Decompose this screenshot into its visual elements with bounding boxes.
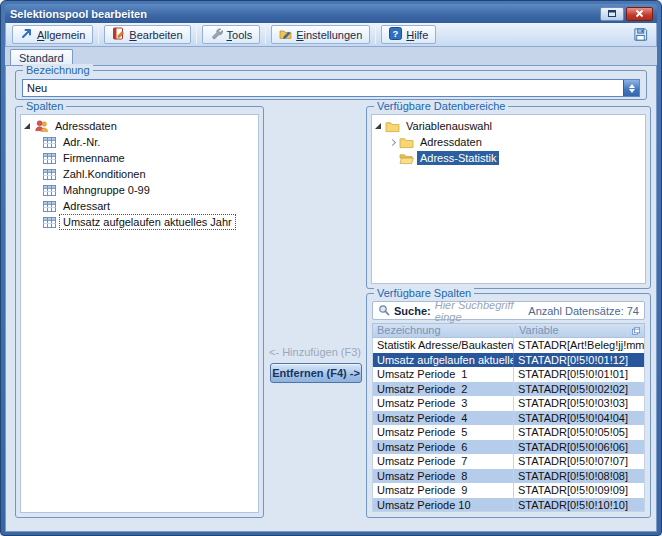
bezeichnung-combobox[interactable]: Neu	[22, 79, 640, 97]
spalten-group-label: Spalten	[23, 100, 66, 112]
edit-document-icon	[112, 27, 125, 42]
row-variable: STATADR[Art!Beleg!jj!mm!m	[513, 338, 644, 353]
row-variable: STATADR[0!5!0!03!03]	[513, 396, 644, 411]
columns-table-body[interactable]: Statistik Adresse/Baukasten STATADR[Art!…	[372, 338, 645, 512]
search-label: Suche:	[394, 305, 431, 317]
help-icon: ?	[389, 27, 402, 42]
verfuegbare-spalten-group-label: Verfügbare Spalten	[374, 287, 474, 299]
column-header-bezeichnung[interactable]: Bezeichnung	[373, 324, 514, 337]
tree-item-label: Adressdaten	[417, 135, 485, 149]
column-chooser-icon[interactable]	[627, 324, 644, 337]
allgemein-button[interactable]: Allgemein	[12, 25, 93, 44]
row-variable: STATADR[0!5!0!09!09]	[513, 483, 644, 498]
einstellungen-button[interactable]: Einstellungen	[271, 25, 370, 44]
tree-item-label: Mahngruppe 0-99	[60, 183, 153, 197]
close-icon[interactable]	[626, 7, 653, 21]
table-row[interactable]: Statistik Adresse/Baukasten STATADR[Art!…	[373, 338, 644, 353]
tree-item-label: Adress-Statistik	[417, 151, 499, 165]
row-variable: STATADR[0!5!0!10!10]	[513, 498, 644, 513]
records-count-label: Anzahl Datensätze:	[528, 305, 623, 317]
bearbeiten-button[interactable]: Bearbeiten	[104, 25, 190, 44]
row-variable: STATADR[0!5!0!01!01]	[513, 367, 644, 382]
row-bezeichnung: Umsatz Periode 1	[373, 367, 513, 382]
users-icon	[33, 119, 49, 133]
row-variable: STATADR[0!5!0!07!07]	[513, 454, 644, 469]
tree-item-column[interactable]: Umsatz aufgelaufen aktuelles Jahr	[41, 214, 258, 230]
tree-item-label: Adressart	[60, 199, 113, 213]
entfernen-button[interactable]: Entfernen (F4) ->	[270, 363, 362, 383]
spalten-group: Spalten Adressdaten Adr.-Nr. Firmenname	[15, 106, 264, 518]
table-row[interactable]: Umsatz Periode 2 STATADR[0!5!0!02!02]	[373, 382, 644, 397]
svg-text:?: ?	[393, 28, 399, 39]
tree-item-column[interactable]: Firmenname	[41, 150, 258, 166]
row-bezeichnung: Umsatz Periode 8	[373, 469, 513, 484]
folder-open-icon	[398, 151, 414, 165]
row-variable: STATADR[0!5!0!05!05]	[513, 425, 644, 440]
datenbereiche-group: Verfügbare Datenbereiche Variablenauswah…	[366, 106, 651, 289]
tree-item-column[interactable]: Zahl.Konditionen	[41, 166, 258, 182]
tree-item-column[interactable]: Adressart	[41, 198, 258, 214]
row-bezeichnung: Umsatz Periode 10	[373, 498, 513, 513]
search-input[interactable]: Hier Suchbegriff einge	[435, 299, 529, 323]
collapsed-arrow-icon[interactable]	[386, 140, 398, 145]
restore-icon[interactable]	[600, 7, 624, 21]
column-header-variable[interactable]: Variable	[514, 324, 627, 337]
tools-button[interactable]: Tools	[202, 25, 261, 44]
table-row[interactable]: Umsatz Periode 1 STATADR[0!5!0!01!01]	[373, 367, 644, 382]
row-bezeichnung: Umsatz Periode 3	[373, 396, 513, 411]
table-row[interactable]: Umsatz Periode 10 STATADR[0!5!0!10!10]	[373, 498, 644, 513]
verfuegbare-spalten-group: Verfügbare Spalten Suche: Hier Suchbegri…	[366, 293, 651, 518]
save-floppy-icon[interactable]	[630, 25, 650, 44]
toolbar-separator	[265, 26, 266, 44]
tree-item-label: Variablenauswahl	[403, 119, 495, 133]
toolbar: Allgemein Bearbeiten Tools Einstellungen	[5, 23, 657, 47]
search-bar[interactable]: Suche: Hier Suchbegriff einge Anzahl Dat…	[372, 301, 645, 320]
datenbereiche-tree[interactable]: Variablenauswahl Adressdaten	[371, 114, 646, 284]
table-row[interactable]: Umsatz Periode 5 STATADR[0!5!0!05!05]	[373, 425, 644, 440]
spalten-tree[interactable]: Adressdaten Adr.-Nr. Firmenname Zahl.Kon…	[20, 114, 259, 513]
expanded-arrow-icon[interactable]	[21, 123, 33, 129]
settings-icon	[279, 27, 292, 42]
spalten-tree-children: Adr.-Nr. Firmenname Zahl.Konditionen Mah…	[21, 134, 258, 230]
table-row[interactable]: Umsatz Periode 8 STATADR[0!5!0!08!08]	[373, 469, 644, 484]
table-row[interactable]: Umsatz Periode 7 STATADR[0!5!0!07!07]	[373, 454, 644, 469]
arrow-up-right-icon	[20, 27, 33, 42]
tab-strip: Standard	[5, 47, 657, 65]
table-row[interactable]: Umsatz Periode 3 STATADR[0!5!0!03!03]	[373, 396, 644, 411]
table-columns-icon	[41, 151, 57, 165]
row-bezeichnung: Umsatz Periode 7	[373, 454, 513, 469]
row-variable: STATADR[0!5!0!01!12]	[513, 353, 644, 368]
table-header: Bezeichnung Variable	[372, 323, 645, 338]
tree-item-label: Zahl.Konditionen	[60, 167, 149, 181]
row-bezeichnung: Umsatz Periode 5	[373, 425, 513, 440]
combo-dropdown-icon[interactable]	[623, 80, 639, 96]
tree-item-adress-statistik[interactable]: Adress-Statistik	[386, 150, 645, 166]
tree-item-adressdaten-root[interactable]: Adressdaten	[21, 118, 258, 134]
tree-item-adressdaten[interactable]: Adressdaten	[386, 134, 645, 150]
hilfe-button[interactable]: ? Hilfe	[381, 25, 436, 44]
bezeichnung-value: Neu	[23, 82, 623, 94]
row-bezeichnung: Umsatz aufgelaufen aktuelles Jahr	[373, 353, 513, 368]
tree-item-variablenauswahl[interactable]: Variablenauswahl	[372, 118, 645, 134]
folder-closed-icon	[398, 135, 414, 149]
records-count-value: 74	[627, 305, 639, 317]
row-bezeichnung: Statistik Adresse/Baukasten	[373, 338, 513, 353]
expanded-arrow-icon[interactable]	[372, 123, 384, 129]
hinzufuegen-button[interactable]: <- Hinzufügen (F3)	[266, 346, 364, 358]
search-icon	[378, 302, 390, 320]
tree-item-label: Umsatz aufgelaufen aktuelles Jahr	[60, 215, 235, 229]
table-row[interactable]: Umsatz Periode 4 STATADR[0!5!0!04!04]	[373, 411, 644, 426]
table-row[interactable]: Umsatz Periode 6 STATADR[0!5!0!06!06]	[373, 440, 644, 455]
table-columns-icon	[41, 199, 57, 213]
table-row[interactable]: Umsatz aufgelaufen aktuelles Jahr STATAD…	[373, 353, 644, 368]
table-columns-icon	[41, 135, 57, 149]
table-row[interactable]: Umsatz Periode 9 STATADR[0!5!0!09!09]	[373, 483, 644, 498]
row-bezeichnung: Umsatz Periode 9	[373, 483, 513, 498]
titlebar: Selektionspool bearbeiten	[5, 4, 657, 23]
main-panel: Bezeichnung Neu Spalten Adressdate	[5, 65, 657, 532]
row-variable: STATADR[0!5!0!04!04]	[513, 411, 644, 426]
tree-item-column[interactable]: Adr.-Nr.	[41, 134, 258, 150]
datenbereiche-group-label: Verfügbare Datenbereiche	[374, 100, 508, 112]
tree-item-column[interactable]: Mahngruppe 0-99	[41, 182, 258, 198]
row-bezeichnung: Umsatz Periode 4	[373, 411, 513, 426]
